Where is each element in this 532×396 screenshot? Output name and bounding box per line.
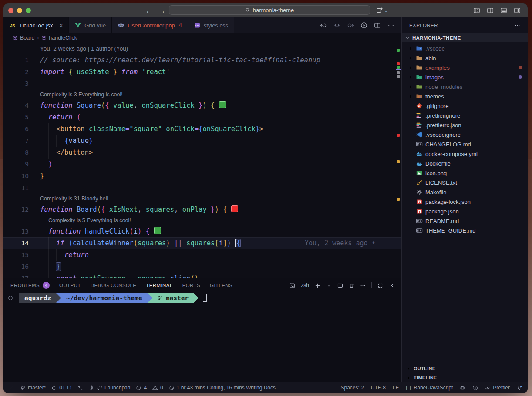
problems-errors[interactable]: 4: [136, 385, 147, 391]
terminal-prompt[interactable]: agusrdz ~/dev/harmonia-theme master: [19, 293, 401, 303]
remote-indicator[interactable]: [9, 385, 14, 391]
line-number[interactable]: 10: [3, 170, 40, 182]
command-decoration-icon[interactable]: [8, 296, 13, 300]
line-content[interactable]: {value}: [40, 135, 401, 147]
tree-item-.prettierignore[interactable]: .prettierignore: [402, 111, 528, 120]
zoom-window-button[interactable]: [26, 8, 31, 13]
git-sync[interactable]: 0↓ 1↑: [51, 385, 72, 391]
code-editor[interactable]: You, 2 weeks ago | 1 author (You)1// sou…: [3, 43, 401, 278]
line-number[interactable]: 7: [3, 135, 40, 147]
line-content[interactable]: <button className="square" onClick={onSq…: [40, 123, 401, 135]
tree-item-images[interactable]: images: [402, 72, 528, 82]
more-icon[interactable]: [387, 22, 394, 29]
close-icon[interactable]: ×: [60, 22, 63, 29]
line-number[interactable]: 14: [3, 237, 40, 249]
language-mode[interactable]: { }Babel JavaScript: [406, 385, 453, 391]
line-content[interactable]: // source: https://react.dev/learn/tutor…: [40, 54, 401, 66]
tree-item-.prettierrc.json[interactable]: .prettierrc.json: [402, 120, 528, 130]
problems-warnings[interactable]: 0: [152, 385, 163, 391]
line-number[interactable]: 17: [3, 273, 40, 278]
tab-styles.css[interactable]: cssstyles.css: [188, 17, 234, 33]
line-content[interactable]: [40, 78, 401, 90]
tab-Grid.vue[interactable]: Grid.vue: [69, 17, 112, 33]
line-number[interactable]: 3: [3, 78, 40, 90]
line-content[interactable]: return (: [40, 112, 401, 123]
split-editor-icon[interactable]: [337, 283, 343, 288]
time-tracker[interactable]: 1 hr 43 mins Coding, 16 mins Writing Doc…: [169, 385, 280, 391]
line-number[interactable]: 2: [3, 66, 40, 78]
line-number[interactable]: 11: [3, 182, 40, 194]
line-number[interactable]: 1: [3, 54, 40, 66]
terminal-view[interactable]: agusrdz ~/dev/harmonia-theme master: [3, 292, 401, 382]
launchpad[interactable]: Launchpad: [89, 385, 130, 391]
line-number[interactable]: 15: [3, 249, 40, 261]
eol[interactable]: LF: [393, 385, 399, 391]
chevron-down-sm-icon[interactable]: [326, 283, 332, 288]
new-tab-icon[interactable]: [376, 7, 383, 14]
chevron-down-icon[interactable]: ⌄: [384, 8, 388, 13]
panel-tab-problems[interactable]: PROBLEMS4: [10, 278, 50, 292]
panel-tab-gitlens[interactable]: GITLENS: [210, 278, 232, 292]
line-number[interactable]: 9: [3, 159, 40, 170]
line-content[interactable]: function handleClick(i) {: [40, 226, 401, 237]
more-icon[interactable]: [360, 283, 366, 288]
line-content[interactable]: </button>: [40, 147, 401, 159]
breadcrumb-item-Board[interactable]: Board: [13, 35, 34, 41]
line-content[interactable]: function Square({ value, onSquareClick }…: [40, 100, 401, 112]
gitlens[interactable]: [77, 385, 83, 391]
line-number[interactable]: 8: [3, 147, 40, 159]
tree-item-.vscode[interactable]: .vscode: [402, 44, 528, 53]
tree-item-icon.png[interactable]: icon.png: [402, 168, 528, 178]
toggle-secondary-sidebar-icon[interactable]: [514, 7, 521, 14]
tree-item-.gitignore[interactable]: .gitignore: [402, 101, 528, 111]
tree-item-docker-compose.yml[interactable]: docker-compose.yml: [402, 149, 528, 159]
line-number[interactable]: 4: [3, 100, 40, 112]
notifications[interactable]: [517, 385, 522, 391]
command-center-search[interactable]: harmonia-theme: [169, 5, 370, 15]
tree-item-abin[interactable]: abin: [402, 53, 528, 63]
tree-item-examples[interactable]: examples: [402, 63, 528, 72]
tree-item-themes[interactable]: themes: [402, 91, 528, 101]
tree-item-package-lock.json[interactable]: package-lock.json: [402, 197, 528, 206]
line-content[interactable]: import { useState } from 'react': [40, 66, 401, 78]
tree-item-LICENSE.txt[interactable]: LICENSE.txt: [402, 178, 528, 187]
plus-icon[interactable]: [315, 283, 320, 288]
toggle-panel-icon[interactable]: [500, 7, 507, 14]
overview-ruler[interactable]: [395, 43, 401, 278]
more-actions-icon[interactable]: [515, 23, 520, 28]
trash-icon[interactable]: [349, 283, 354, 288]
tree-item-.vscodeignore[interactable]: .vscodeignore: [402, 130, 528, 139]
workspace-root[interactable]: HARMONIA-THEME: [402, 33, 528, 42]
line-content[interactable]: return: [40, 249, 401, 261]
line-content[interactable]: [40, 182, 401, 194]
close-icon[interactable]: [389, 283, 394, 288]
line-number[interactable]: 12: [3, 204, 40, 216]
history-back-button[interactable]: ←: [145, 7, 152, 14]
line-content[interactable]: }: [40, 170, 401, 182]
tab-TicTacToe.jsx[interactable]: JSTicTacToe.jsx×: [3, 17, 69, 33]
split-editor-icon[interactable]: [374, 22, 381, 29]
history-forward-button[interactable]: →: [159, 7, 165, 14]
codelens-label[interactable]: Complexity is 31 Bloody hell...: [40, 194, 113, 204]
indentation[interactable]: Spaces: 2: [340, 385, 364, 391]
code-runner[interactable]: [472, 385, 478, 391]
line-number[interactable]: 5: [3, 112, 40, 123]
line-number[interactable]: 13: [3, 226, 40, 237]
panel-tab-terminal[interactable]: TERMINAL: [146, 278, 172, 292]
codelens-label[interactable]: Complexity is 5 Everything is cool!: [40, 216, 131, 226]
line-content[interactable]: ): [40, 159, 401, 170]
tree-item-Dockerfile[interactable]: Dockerfile: [402, 159, 528, 168]
line-content[interactable]: function Board({ xIsNext, squares, onPla…: [40, 204, 401, 216]
line-number[interactable]: 16: [3, 261, 40, 273]
tree-item-Makefile[interactable]: Makefile: [402, 187, 528, 197]
section-outline[interactable]: OUTLINE: [402, 364, 528, 373]
split-editor-icon[interactable]: [487, 7, 494, 14]
nav-back-icon[interactable]: [320, 22, 327, 29]
section-timeline[interactable]: TIMELINE: [402, 373, 528, 382]
panel-tab-ports[interactable]: PORTS: [182, 278, 200, 292]
minimize-window-button[interactable]: [17, 8, 22, 13]
codelens-label[interactable]: Complexity is 3 Everything is cool!: [40, 90, 123, 100]
line-content[interactable]: }: [40, 261, 401, 273]
tab-UserController.php[interactable]: phpUserController.php4: [112, 17, 188, 33]
panel-tab-debug-console[interactable]: DEBUG CONSOLE: [91, 278, 137, 292]
